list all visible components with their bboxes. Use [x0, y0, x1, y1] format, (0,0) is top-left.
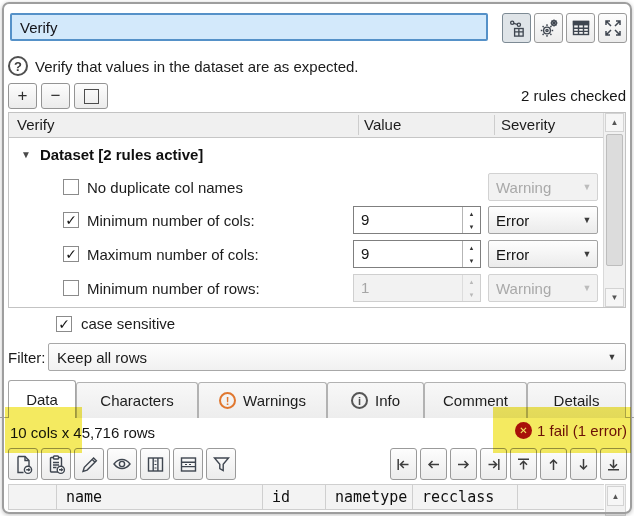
first-col-icon — [395, 456, 412, 473]
rule-checkbox[interactable]: ✓ — [63, 212, 79, 228]
column-divider — [494, 115, 495, 135]
settings-button[interactable] — [534, 13, 563, 43]
collapse-expander-icon[interactable]: ▼ — [21, 149, 31, 160]
rules-table: Verify Value Severity ▼ Dataset [2 rules… — [8, 112, 626, 308]
next-row-button[interactable] — [570, 448, 597, 480]
data-grid-scrollbar[interactable]: ▲ — [605, 484, 626, 516]
spinbox-value: 1 — [354, 275, 462, 301]
spinbox-buttons: ▲ ▼ — [462, 275, 480, 301]
edit-button[interactable] — [74, 448, 104, 480]
first-row-button[interactable] — [510, 448, 537, 480]
rows-icon — [178, 454, 199, 475]
rule-label: Minimum number of cols: — [87, 212, 255, 229]
rule-checkbox[interactable] — [63, 179, 79, 195]
clear-rules-button[interactable] — [74, 83, 108, 109]
tab-details[interactable]: Details — [527, 382, 626, 418]
first-row-icon — [515, 456, 532, 473]
next-col-button[interactable] — [450, 448, 477, 480]
prev-row-button[interactable] — [540, 448, 567, 480]
scroll-down-icon[interactable]: ▼ — [605, 288, 624, 307]
select-columns-button[interactable] — [140, 448, 170, 480]
severity-value: Error — [489, 212, 577, 229]
preview-button[interactable] — [107, 448, 137, 480]
warning-icon: ! — [219, 392, 236, 409]
chevron-down-icon: ▼ — [599, 352, 625, 362]
rules-scrollbar[interactable]: ▲ ▼ — [603, 113, 625, 307]
tab-label: Data — [26, 391, 58, 408]
transform-view-icon — [507, 19, 526, 38]
tab-warnings[interactable]: ! Warnings — [198, 382, 327, 418]
value-spinbox[interactable]: 9 ▲ ▼ — [353, 240, 481, 268]
filter-dropdown[interactable]: Keep all rows ▼ — [48, 343, 626, 371]
data-grid-header: name id nametype recclass — [8, 484, 626, 510]
rule-label: Minimum number of rows: — [87, 280, 260, 297]
severity-value: Warning — [489, 179, 577, 196]
rules-checked-label: 2 rules checked — [521, 87, 626, 104]
last-col-button[interactable] — [480, 448, 507, 480]
spin-up-icon[interactable]: ▲ — [463, 241, 480, 254]
tab-info[interactable]: i Info — [327, 382, 424, 418]
spin-down-icon[interactable]: ▼ — [463, 254, 480, 267]
spinbox-value: 9 — [354, 207, 462, 233]
prev-col-button[interactable] — [420, 448, 447, 480]
table-view-button[interactable] — [566, 13, 595, 43]
clipboard-icon — [46, 454, 67, 475]
severity-dropdown[interactable]: Error ▼ — [488, 240, 598, 268]
spin-down-icon[interactable]: ▼ — [463, 220, 480, 233]
spin-up-icon[interactable]: ▲ — [463, 207, 480, 220]
prev-row-icon — [545, 456, 562, 473]
rules-table-header: Verify Value Severity — [9, 113, 625, 138]
case-sensitive-checkbox[interactable]: ✓ — [56, 316, 72, 332]
value-spinbox[interactable]: 9 ▲ ▼ — [353, 206, 481, 234]
spinbox-value: 9 — [354, 241, 462, 267]
column-header-id[interactable]: id — [263, 484, 326, 510]
copy-to-clipboard-button[interactable] — [41, 448, 71, 480]
rule-group-row[interactable]: ▼ Dataset [2 rules active] — [9, 137, 601, 171]
severity-dropdown[interactable]: Error ▼ — [488, 206, 598, 234]
rule-row-no-duplicate-col-names: No duplicate col names Warning ▼ — [9, 171, 601, 203]
rule-checkbox[interactable]: ✓ — [63, 246, 79, 262]
column-header-value: Value — [364, 116, 401, 133]
transform-name-input[interactable] — [10, 13, 488, 41]
scroll-up-icon[interactable]: ▲ — [605, 113, 624, 132]
tab-comment[interactable]: Comment — [424, 382, 527, 418]
verify-transform-panel: ? Verify that values in the dataset are … — [0, 0, 634, 516]
filter-button[interactable] — [206, 448, 236, 480]
chevron-down-icon: ▼ — [577, 182, 597, 192]
expand-icon — [603, 18, 623, 38]
help-icon[interactable]: ? — [8, 56, 28, 76]
dataset-dimensions-label: 10 cols x 45,716 rows — [10, 424, 155, 441]
error-x-icon: ✕ — [515, 422, 532, 439]
transform-view-toggle-button[interactable] — [502, 13, 531, 43]
value-spinbox: 1 ▲ ▼ — [353, 274, 481, 302]
data-nav-toolbar — [390, 448, 627, 480]
remove-rule-button[interactable]: − — [41, 83, 70, 109]
next-row-icon — [575, 456, 592, 473]
square-icon — [84, 89, 99, 104]
scrollbar-thumb[interactable] — [606, 134, 623, 266]
last-row-button[interactable] — [600, 448, 627, 480]
first-col-button[interactable] — [390, 448, 417, 480]
spinbox-buttons: ▲ ▼ — [462, 241, 480, 267]
bottom-tabs: Data Characters ! Warnings i Info Commen… — [0, 380, 634, 418]
rule-row-min-rows: Minimum number of rows: 1 ▲ ▼ Warning ▼ — [9, 271, 601, 305]
column-header-name[interactable]: name — [57, 484, 263, 510]
column-header-nametype[interactable]: nametype — [326, 484, 413, 510]
export-file-button[interactable] — [8, 448, 38, 480]
add-rule-button[interactable]: + — [8, 83, 37, 109]
maximize-button[interactable] — [598, 13, 627, 43]
funnel-icon — [211, 454, 232, 475]
row-number-corner-cell[interactable] — [8, 484, 57, 510]
rule-checkbox[interactable] — [63, 280, 79, 296]
column-header-severity: Severity — [501, 116, 555, 133]
column-header-recclass[interactable]: recclass — [413, 484, 518, 510]
next-col-icon — [455, 456, 472, 473]
scroll-up-icon[interactable]: ▲ — [607, 486, 624, 506]
spin-up-icon: ▲ — [463, 275, 480, 288]
tab-characters[interactable]: Characters — [76, 382, 198, 418]
tab-label: Details — [554, 392, 600, 409]
tab-data[interactable]: Data — [8, 380, 76, 418]
select-rows-button[interactable] — [173, 448, 203, 480]
tab-label: Info — [375, 392, 400, 409]
last-row-icon — [605, 456, 622, 473]
